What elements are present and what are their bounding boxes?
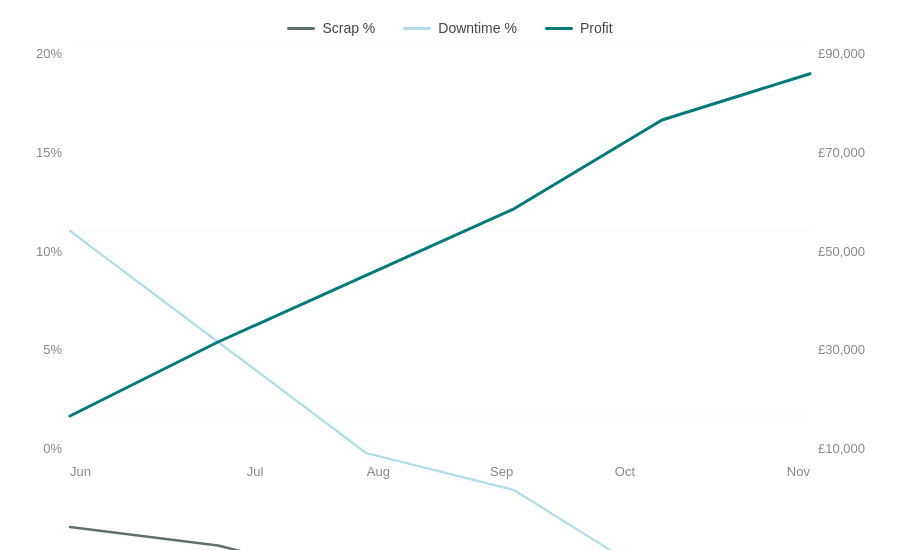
x-label-nov: Nov xyxy=(687,464,810,479)
y-right-label-1: £70,000 xyxy=(818,145,865,160)
scrap-line xyxy=(70,527,810,550)
legend-item-scrap: Scrap % xyxy=(287,20,375,36)
chart-container: Scrap % Downtime % Profit 20% 15% 10% 5%… xyxy=(20,20,880,530)
legend-line-downtime xyxy=(403,27,431,30)
legend-label-scrap: Scrap % xyxy=(322,20,375,36)
x-label-jun: Jun xyxy=(70,464,193,479)
legend-line-profit xyxy=(545,27,573,30)
chart-area: 20% 15% 10% 5% 0% £90,000 £70,000 £50,00… xyxy=(20,46,880,496)
y-left-label-3: 5% xyxy=(43,342,62,357)
legend-item-downtime: Downtime % xyxy=(403,20,517,36)
y-left-label-1: 15% xyxy=(36,145,62,160)
y-right-label-2: £50,000 xyxy=(818,244,865,259)
downtime-line xyxy=(70,231,810,550)
y-right-label-3: £30,000 xyxy=(818,342,865,357)
y-axis-right: £90,000 £70,000 £50,000 £30,000 £10,000 xyxy=(810,46,880,456)
y-left-label-4: 0% xyxy=(43,441,62,456)
y-right-label-0: £90,000 xyxy=(818,46,865,61)
y-right-label-4: £10,000 xyxy=(818,441,865,456)
y-left-label-0: 20% xyxy=(36,46,62,61)
legend-label-downtime: Downtime % xyxy=(438,20,517,36)
y-left-label-2: 10% xyxy=(36,244,62,259)
x-axis: Jun Jul Aug Sep Oct Nov xyxy=(70,456,810,496)
y-axis-left: 20% 15% 10% 5% 0% xyxy=(20,46,70,456)
x-label-sep: Sep xyxy=(440,464,563,479)
chart-legend: Scrap % Downtime % Profit xyxy=(20,20,880,36)
legend-label-profit: Profit xyxy=(580,20,613,36)
profit-line xyxy=(70,74,810,416)
x-label-aug: Aug xyxy=(317,464,440,479)
legend-line-scrap xyxy=(287,27,315,30)
legend-item-profit: Profit xyxy=(545,20,613,36)
x-label-oct: Oct xyxy=(563,464,686,479)
x-label-jul: Jul xyxy=(193,464,316,479)
